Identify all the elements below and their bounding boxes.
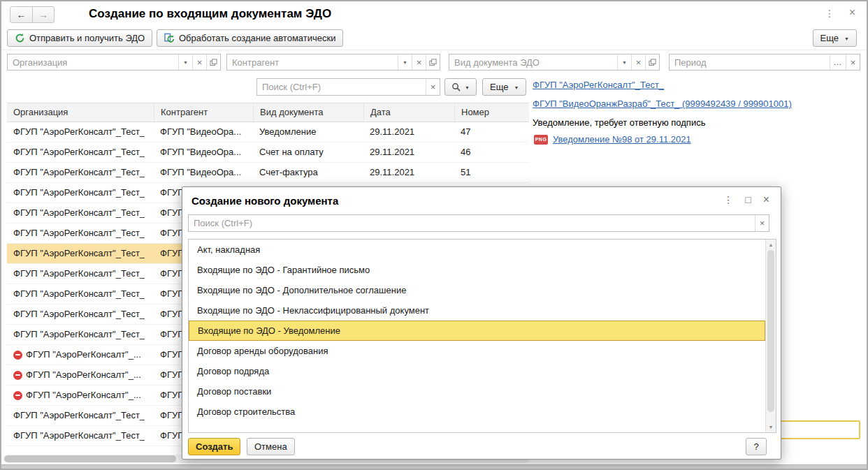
scroll-down-icon[interactable]: ▼: [766, 425, 776, 429]
forward-button[interactable]: →: [32, 7, 54, 22]
doc-type-option[interactable]: Входящие по ЭДО - Неклассифицированный д…: [189, 300, 765, 321]
doc-type-option[interactable]: Акт, накладная: [189, 240, 765, 260]
scrollbar-thumb[interactable]: [4, 455, 176, 462]
org-cell: ФГУП "АэроРегКонсалт"_...: [7, 365, 154, 385]
number-cell: 47: [454, 122, 529, 142]
doc-type-filter: ▼ ×: [449, 54, 660, 71]
counterparty-cell: ФГУП "ВидеоОра...: [154, 142, 253, 162]
open-list-icon[interactable]: [426, 54, 440, 70]
table-row[interactable]: ФГУП "АэроРегКонсалт"_Тест_ ФГУП "ВидеоО…: [7, 163, 529, 183]
column-header[interactable]: Организация: [7, 103, 154, 122]
column-header[interactable]: Номер: [454, 103, 529, 122]
doc-type-option[interactable]: Договор аренды оборудования: [189, 341, 765, 361]
document-link[interactable]: Уведомление №98 от 29.11.2021: [553, 134, 691, 145]
doc-type-option[interactable]: Входящие по ЭДО - Уведомление: [189, 321, 765, 341]
org-cell: ФГУП "АэроРегКонсалт"_Тест_: [7, 122, 154, 142]
png-file-icon: PNG: [534, 135, 548, 145]
table-row[interactable]: ФГУП "АэроРегКонсалт"_Тест_ ФГУП "ВидеоО…: [7, 142, 529, 163]
process-auto-button[interactable]: Обработать создание автоматически: [157, 29, 343, 47]
scroll-up-icon[interactable]: ▲: [766, 242, 776, 247]
dialog-controls: ⋮ □ ×: [723, 193, 769, 206]
attachment-row: PNG Уведомление №98 от 29.11.2021: [534, 134, 691, 145]
search-field: ×: [256, 78, 440, 96]
org-cell: ФГУП "АэроРегКонсалт"_Тест_: [7, 163, 154, 182]
column-header[interactable]: Контрагент: [154, 103, 253, 122]
app-window: ← → Создание по входящим документам ЭДО …: [0, 0, 868, 470]
org-filter-input[interactable]: [8, 54, 178, 70]
deletion-mark-icon: [13, 371, 22, 380]
back-button[interactable]: ←: [10, 7, 32, 22]
cancel-button[interactable]: Отмена: [247, 438, 295, 455]
clear-icon[interactable]: ×: [846, 54, 860, 70]
magnifier-icon: [451, 82, 461, 91]
counterparty-cell: ФГУП "ВидеоОра...: [154, 122, 253, 142]
more-button[interactable]: Еще ▼: [813, 29, 857, 47]
dialog-scrollbar[interactable]: ▲ ▼: [765, 240, 776, 432]
more-label: Еще: [490, 82, 508, 92]
open-list-icon[interactable]: [206, 54, 220, 70]
period-ellipsis-button[interactable]: ...: [830, 54, 846, 70]
scrollbar-thumb[interactable]: [767, 250, 774, 412]
counterparty-cell: ФГУП "ВидеоОра...: [154, 163, 253, 182]
filter-row: ▼ × ▼ × ▼ × ... ×: [1, 54, 867, 71]
dialog-title: Создание нового документа: [191, 195, 338, 207]
org-cell: ФГУП "АэроРегКонсалт"_Тест_: [7, 426, 154, 446]
doc-type-option[interactable]: Договор подряда: [189, 361, 765, 381]
doc-type-option[interactable]: Входящие по ЭДО - Гарантийное письмо: [189, 260, 765, 280]
clear-icon[interactable]: ×: [631, 54, 645, 70]
doc-type-option[interactable]: Договор строительства: [189, 402, 765, 422]
send-receive-button[interactable]: Отправить и получить ЭДО: [7, 29, 152, 47]
dialog-search-input[interactable]: [189, 215, 755, 231]
dialog-search-field: ×: [188, 214, 769, 232]
window-close-icon[interactable]: ×: [849, 6, 855, 19]
table-row[interactable]: ФГУП "АэроРегКонсалт"_Тест_ ФГУП "ВидеоО…: [7, 122, 529, 142]
dialog-menu-icon[interactable]: ⋮: [723, 194, 733, 205]
deletion-mark-icon: [13, 351, 22, 360]
chevron-down-icon: ▼: [844, 35, 849, 41]
period-filter: ... ×: [669, 54, 860, 71]
doc-type-list: Акт, накладная Входящие по ЭДО - Гаранти…: [188, 239, 776, 433]
create-document-dialog: Создание нового документа ⋮ □ × × Акт, н…: [182, 186, 781, 460]
clear-icon[interactable]: ×: [192, 54, 206, 70]
chevron-down-icon[interactable]: ▼: [178, 54, 192, 70]
doc-type-option[interactable]: Договор поставки: [189, 381, 765, 402]
column-header[interactable]: Вид документа: [253, 103, 363, 122]
chevron-down-icon: ▼: [465, 84, 470, 90]
search-more-button[interactable]: Еще ▼: [482, 78, 526, 96]
search-button[interactable]: ▼: [444, 78, 477, 96]
counterparty-filter: ▼ ×: [226, 54, 440, 71]
clear-icon[interactable]: ×: [412, 54, 426, 70]
org-cell: ФГУП "АэроРегКонсалт"_Тест_: [7, 325, 154, 344]
search-clear-icon[interactable]: ×: [426, 79, 440, 95]
chevron-down-icon[interactable]: ▼: [617, 54, 631, 70]
refresh-icon: [15, 33, 25, 43]
org-cell: ФГУП "АэроРегКонсалт"_Тест_: [7, 264, 154, 284]
deletion-mark-icon: [13, 391, 22, 400]
dialog-maximize-icon[interactable]: □: [745, 194, 751, 205]
dialog-search-clear-icon[interactable]: ×: [755, 215, 769, 231]
doc-type-option[interactable]: Входящие по ЭДО - Дополнительное соглаше…: [189, 280, 765, 300]
period-filter-input[interactable]: [670, 54, 830, 70]
open-list-icon[interactable]: [645, 54, 659, 70]
counterparty-link[interactable]: ФГУП "ВидеоОранжРазраб"_Тест_ (999949243…: [533, 98, 792, 109]
create-button[interactable]: Создать: [188, 438, 240, 455]
counterparty-filter-input[interactable]: [227, 54, 398, 70]
window-menu-icon[interactable]: ⋮: [825, 8, 834, 19]
doc-type-option[interactable]: [189, 422, 765, 433]
date-cell: 29.11.2021: [363, 122, 454, 142]
doc-type-filter-input[interactable]: [449, 54, 617, 70]
search-input[interactable]: [257, 79, 426, 95]
doc-type-cell: Счет-фактура: [253, 163, 363, 182]
column-header[interactable]: Дата: [363, 103, 454, 122]
org-cell: ФГУП "АэроРегКонсалт"_Тест_: [7, 183, 154, 203]
org-link[interactable]: ФГУП "АэроРегКонсалт"_Тест_: [533, 80, 664, 90]
org-cell: ФГУП "АэроРегКонсалт"_...: [7, 345, 154, 365]
process-icon: [164, 33, 175, 43]
chevron-down-icon[interactable]: ▼: [398, 54, 412, 70]
help-button[interactable]: ?: [746, 438, 767, 455]
status-text: Уведомление, требует ответную подпись: [533, 117, 705, 128]
org-cell: ФГУП "АэроРегКонсалт"_Тест_: [7, 406, 154, 425]
page-title: Создание по входящим документам ЭДО: [89, 7, 331, 21]
org-cell: ФГУП "АэроРегКонсалт"_Тест_: [7, 304, 154, 324]
dialog-close-icon[interactable]: ×: [763, 193, 769, 206]
